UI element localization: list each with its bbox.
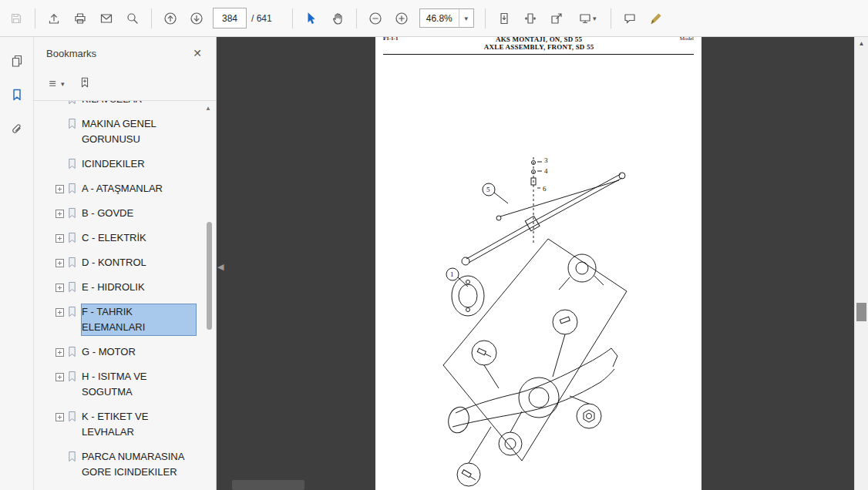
panel-scroll-up-icon[interactable]: ▲ — [204, 105, 213, 112]
scroll-up-icon[interactable]: ▲ — [855, 40, 868, 47]
expand-toggle-icon[interactable] — [56, 284, 64, 292]
bookmark-item[interactable]: KILAVUZLAR — [56, 100, 202, 112]
page-title-line2: AXLE ASSEMBLY, FRONT, SD 55 — [484, 43, 594, 51]
bookmark-item[interactable]: EK 2 — [56, 485, 202, 490]
zoom-in-button[interactable] — [389, 5, 415, 32]
fill-sign-button[interactable] — [643, 5, 669, 32]
panel-title: Bookmarks — [46, 48, 96, 59]
bookmark-item[interactable]: C - ELEKTRİK — [56, 226, 202, 250]
callout-3: 3 — [544, 156, 548, 164]
expand-toggle-icon[interactable] — [56, 308, 64, 317]
chevron-down-icon: ▾ — [593, 15, 597, 22]
close-icon[interactable]: ✕ — [190, 45, 205, 61]
document-scrollbar[interactable]: ▲ — [854, 37, 868, 490]
attachments-button[interactable] — [5, 117, 29, 140]
bookmarks-panel: Bookmarks ✕ ▾ KILAVUZLARMAKINA GENEL GOR… — [34, 37, 217, 490]
bookmark-flag-icon — [67, 346, 77, 357]
bookmarks-panel-header: Bookmarks ✕ — [34, 37, 216, 69]
page-total-label: / 641 — [251, 13, 272, 24]
expand-toggle-icon[interactable] — [56, 413, 64, 421]
panel-scrollbar-thumb[interactable] — [207, 222, 212, 330]
expand-toggle-icon[interactable] — [56, 348, 64, 357]
navigation-pane-strip — [0, 37, 34, 490]
model-label: Model — [680, 37, 694, 42]
panel-collapse-handle[interactable]: ◀ — [217, 263, 224, 271]
bookmark-item[interactable]: MAKINA GENEL GORUNUSU — [56, 112, 202, 152]
bookmark-flag-icon — [67, 232, 77, 243]
save-button[interactable] — [3, 5, 29, 32]
next-page-button[interactable] — [183, 5, 210, 32]
separator — [292, 8, 293, 29]
email-icon — [99, 12, 113, 25]
axle-assembly-diagram: 3 4 6 5 1 — [375, 65, 701, 490]
chevron-down-icon: ▾ — [459, 9, 473, 27]
bookmark-item-label: A - ATAŞMANLAR — [82, 181, 196, 196]
bookmark-item[interactable]: A - ATAŞMANLAR — [56, 176, 202, 201]
bookmark-item-label: D - KONTROL — [82, 255, 196, 270]
bookmark-item-label: PARCA NUMARASINA GORE ICINDEKILER — [82, 449, 196, 480]
bookmark-item[interactable]: PARCA NUMARASINA GORE ICINDEKILER — [56, 445, 202, 485]
bookmark-flag-icon — [67, 100, 77, 105]
zoom-level-dropdown[interactable]: 46.8% ▾ — [419, 8, 474, 28]
share-upload-icon — [47, 12, 61, 25]
header-rule — [383, 54, 694, 55]
zoom-out-icon — [368, 12, 382, 25]
comment-button[interactable] — [617, 5, 643, 32]
page-header: F1-1-1 AKS MONTAJI, ÖN, SD 55 AXLE ASSEM… — [375, 37, 701, 51]
expand-toggle-icon[interactable] — [56, 373, 64, 381]
hand-tool-button[interactable] — [325, 5, 351, 32]
sign-pen-icon — [649, 12, 663, 25]
bookmark-flag-icon — [67, 451, 77, 462]
full-screen-button[interactable] — [543, 5, 570, 32]
scrolling-page-icon — [497, 12, 511, 25]
bookmark-item[interactable]: ICINDEKILER — [56, 152, 202, 176]
bookmark-item[interactable]: D - KONTROL — [56, 250, 202, 275]
bookmark-options-button[interactable]: ▾ — [48, 78, 65, 90]
select-tool-button[interactable] — [298, 5, 325, 32]
save-icon — [9, 12, 23, 25]
previous-page-button[interactable] — [157, 5, 183, 32]
comment-bubble-icon — [623, 12, 637, 25]
new-bookmark-icon — [79, 76, 91, 89]
page-thumbnails-button[interactable] — [5, 49, 29, 72]
zoom-out-button[interactable] — [362, 5, 389, 32]
bookmark-item-label: B - GOVDE — [82, 206, 196, 221]
bookmark-flag-icon — [67, 257, 77, 268]
chevron-down-icon: ▾ — [61, 80, 65, 88]
zoom-level-value: 46.8% — [420, 13, 459, 24]
share-button[interactable] — [41, 5, 67, 32]
fit-width-button[interactable] — [517, 5, 543, 32]
expand-toggle-icon[interactable] — [56, 210, 64, 218]
bookmark-item-label: MAKINA GENEL GORUNUSU — [82, 116, 196, 147]
separator — [485, 8, 486, 29]
bookmark-item[interactable]: G - MOTOR — [56, 340, 202, 364]
bookmark-item[interactable]: B - GOVDE — [56, 201, 202, 226]
bookmark-item[interactable]: E - HIDROLIK — [56, 275, 202, 300]
options-list-icon — [48, 78, 60, 90]
page-number-input[interactable] — [213, 8, 247, 29]
bookmark-item[interactable]: F - TAHRIK ELEMANLARI — [56, 300, 202, 340]
bookmark-item[interactable]: H - ISITMA VE SOGUTMA — [56, 364, 202, 404]
callout-4: 4 — [544, 167, 548, 175]
search-button[interactable] — [119, 5, 146, 32]
bookmark-flag-icon — [67, 183, 77, 194]
read-mode-button[interactable]: ▾ — [570, 5, 605, 32]
page-title: AKS MONTAJI, ÖN, SD 55 AXLE ASSEMBLY, FR… — [484, 37, 594, 51]
bookmarks-panel-toolbar: ▾ — [34, 69, 216, 99]
scrollbar-thumb[interactable] — [856, 303, 866, 321]
bookmark-item[interactable]: K - ETIKET VE LEVHALAR — [56, 404, 202, 445]
page-code: F1-1-1 — [383, 37, 398, 42]
print-button[interactable] — [67, 5, 93, 32]
expand-toggle-icon[interactable] — [56, 185, 64, 193]
expand-toggle-icon[interactable] — [56, 259, 64, 267]
page-thumbnails-icon — [10, 54, 24, 68]
bookmark-flag-icon — [67, 371, 77, 382]
search-icon — [126, 12, 140, 25]
watermark — [232, 480, 304, 490]
email-button[interactable] — [93, 5, 119, 32]
document-area: ◀ F1-1-1 AKS MONTAJI, ÖN, SD 55 AXLE ASS… — [217, 37, 854, 490]
new-bookmark-button[interactable] — [79, 76, 91, 92]
expand-toggle-icon[interactable] — [56, 234, 64, 243]
bookmarks-panel-button[interactable] — [5, 83, 29, 106]
scrolling-view-button[interactable] — [491, 5, 517, 32]
